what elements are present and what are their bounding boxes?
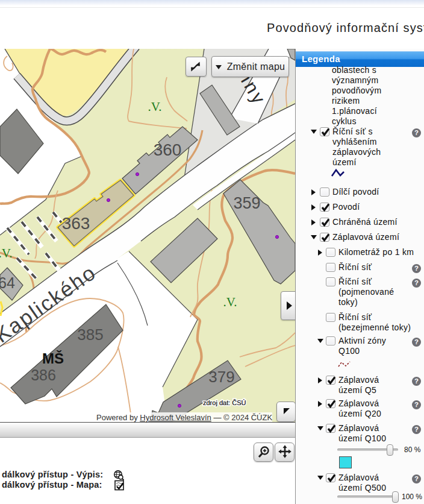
svg-text:385: 385: [77, 326, 103, 344]
svg-text:360: 360: [154, 140, 182, 159]
svg-text:64: 64: [0, 274, 15, 291]
svg-text:.V.: .V.: [223, 295, 237, 309]
svg-text:zdroj dat: ČSÚ: zdroj dat: ČSÚ: [203, 399, 246, 406]
svg-text:Powered by Hydrosoft Veleslaví: Powered by Hydrosoft Veleslavín — © 2024…: [96, 413, 272, 422]
svg-text:.V.: .V.: [148, 99, 162, 114]
svg-text:363: 363: [62, 214, 90, 233]
svg-text:MŠ: MŠ: [42, 350, 64, 367]
svg-text:386: 386: [31, 367, 56, 383]
svg-text:.V.: .V.: [0, 246, 12, 260]
svg-text:379: 379: [208, 368, 234, 386]
svg-text:359: 359: [233, 194, 260, 212]
